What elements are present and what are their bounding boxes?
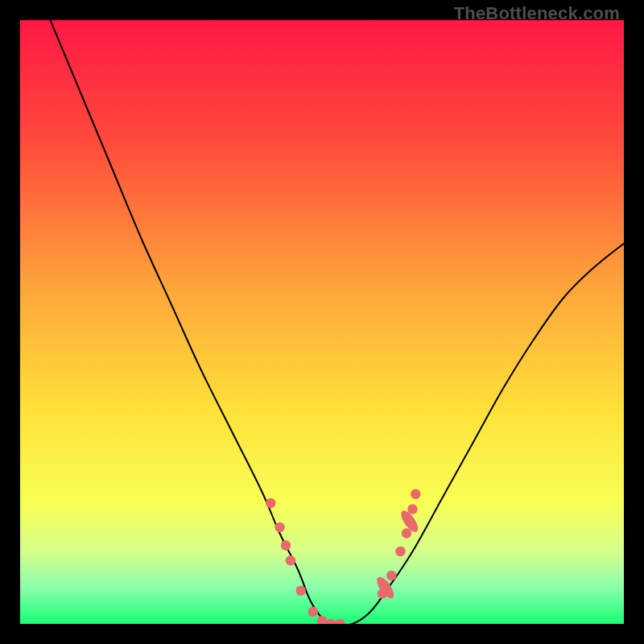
plot-area <box>20 20 624 624</box>
marker-left-cluster-markers <box>286 555 296 566</box>
marker-right-cluster-markers <box>395 547 406 557</box>
bottleneck-chart <box>20 20 624 624</box>
marker-left-cluster-markers <box>308 607 319 617</box>
marker-left-cluster-markers <box>281 540 291 551</box>
watermark-label: TheBottleneck.com <box>454 3 620 24</box>
marker-left-cluster-markers <box>296 586 307 597</box>
outer-frame: TheBottleneck.com <box>0 0 644 644</box>
marker-right-cluster-markers <box>407 504 418 514</box>
marker-right-cluster-markers <box>402 528 412 539</box>
marker-left-cluster-markers <box>275 522 285 533</box>
gradient-background <box>20 20 624 624</box>
marker-left-cluster-markers <box>266 498 276 509</box>
marker-right-cluster-markers <box>386 571 397 581</box>
marker-right-cluster-markers <box>411 489 421 500</box>
